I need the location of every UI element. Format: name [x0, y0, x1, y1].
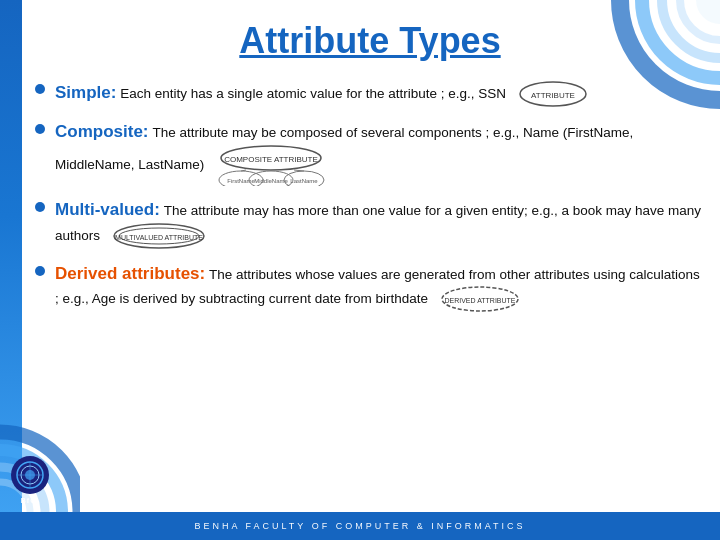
- svg-text:MULTIVALUED ATTRIBUTE: MULTIVALUED ATTRIBUTE: [115, 234, 203, 241]
- simple-attribute-diagram: ATTRIBUTE: [518, 80, 588, 108]
- svg-text:COMPOSITE ATTRIBUTE: COMPOSITE ATTRIBUTE: [224, 155, 318, 164]
- list-item: Derived attributes: The attributes whose…: [35, 262, 705, 314]
- logo-circle: [11, 456, 49, 494]
- bullet-term: Multi-valued:: [55, 200, 160, 219]
- bullet-dot: [35, 266, 45, 276]
- derived-attribute-diagram: DERIVED ATTRIBUTE: [440, 285, 520, 313]
- list-item: Multi-valued: The attribute may has more…: [35, 198, 705, 250]
- bullet-term: Simple:: [55, 83, 116, 102]
- bullet-description: Each entity has a single atomic value fo…: [120, 86, 506, 101]
- svg-text:MiddleName: MiddleName: [254, 178, 288, 184]
- bullet-term: Derived attributes:: [55, 264, 205, 283]
- svg-text:FirstName: FirstName: [227, 178, 255, 184]
- bullet-list: Simple: Each entity has a single atomic …: [35, 80, 705, 313]
- svg-text:ATTRIBUTE: ATTRIBUTE: [531, 91, 575, 100]
- bullet-dot: [35, 202, 45, 212]
- footer-text: Benha faculty of computer & Informatics: [194, 521, 525, 531]
- svg-line-23: [294, 170, 304, 171]
- bullet-dot: [35, 84, 45, 94]
- footer-bar: Benha faculty of computer & Informatics: [0, 512, 720, 540]
- list-item: Simple: Each entity has a single atomic …: [35, 80, 705, 108]
- multivalued-attribute-diagram: MULTIVALUED ATTRIBUTE: [112, 222, 207, 250]
- bullet-term: Composite:: [55, 122, 149, 141]
- svg-text:DERIVED ATTRIBUTE: DERIVED ATTRIBUTE: [444, 297, 515, 304]
- main-content: Attribute Types Simple: Each entity has …: [35, 15, 705, 505]
- logo-text: BfCI: [21, 497, 39, 504]
- bullet-dot: [35, 124, 45, 134]
- logo-area: BfCI: [5, 450, 55, 510]
- svg-text:LastName: LastName: [291, 178, 319, 184]
- list-item: Composite: The attribute may be composed…: [35, 120, 705, 186]
- slide: Attribute Types Simple: Each entity has …: [0, 0, 720, 540]
- composite-attribute-diagram: COMPOSITE ATTRIBUTE FirstName MiddleName…: [216, 144, 326, 186]
- slide-title: Attribute Types: [35, 20, 705, 62]
